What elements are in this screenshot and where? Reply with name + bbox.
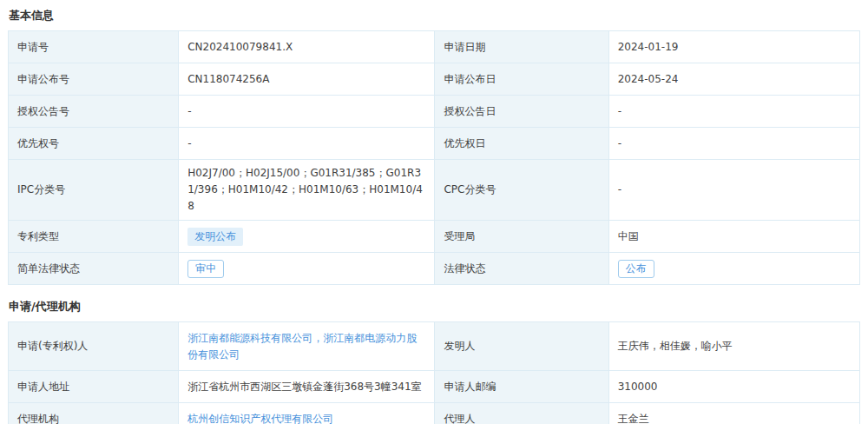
field-value-applicant-zipcode: 310000 <box>608 371 859 403</box>
field-value-applicant: 浙江南都能源科技有限公司，浙江南都电源动力股份有限公司 <box>179 322 435 371</box>
table-row: IPC分类号 H02J7/00；H02J15/00；G01R31/385；G01… <box>9 160 860 221</box>
field-label-priority-number: 优先权号 <box>9 128 179 160</box>
field-value-application-date: 2024-01-19 <box>608 31 859 63</box>
field-value-inventors: 王庆伟，相佳媛，喻小平 <box>608 322 859 371</box>
field-label-publication-number: 申请公布号 <box>9 63 179 96</box>
field-value-publication-date: 2024-05-24 <box>608 63 859 96</box>
patent-type-badge[interactable]: 发明公布 <box>187 228 243 246</box>
field-label-applicant: 申请(专利权)人 <box>9 322 179 371</box>
table-row: 专利类型 发明公布 受理局 中国 <box>9 221 860 253</box>
field-label-inventors: 发明人 <box>435 322 608 371</box>
applicant-link[interactable]: 浙江南都能源科技有限公司，浙江南都电源动力股份有限公司 <box>187 332 417 361</box>
table-row: 代理机构 杭州创信知识产权代理有限公司 代理人 王金兰 <box>9 403 860 424</box>
field-value-agency: 杭州创信知识产权代理有限公司 <box>179 403 435 424</box>
field-value-accepting-office: 中国 <box>608 221 859 253</box>
field-label-grant-number: 授权公告号 <box>9 96 179 128</box>
field-value-agent: 王金兰 <box>608 403 859 424</box>
field-value-ipc-class: H02J7/00；H02J15/00；G01R31/385；G01R31/396… <box>179 160 435 221</box>
table-row: 申请(专利权)人 浙江南都能源科技有限公司，浙江南都电源动力股份有限公司 发明人… <box>9 322 860 371</box>
simple-legal-status-badge[interactable]: 审中 <box>187 260 224 278</box>
field-value-grant-date: - <box>608 96 859 128</box>
field-label-application-number: 申请号 <box>9 31 179 63</box>
section-title-basic-info: 基本信息 <box>8 0 860 30</box>
field-label-simple-legal-status: 简单法律状态 <box>9 253 179 285</box>
field-value-grant-number: - <box>179 96 435 128</box>
table-row: 申请公布号 CN118074256A 申请公布日 2024-05-24 <box>9 63 860 96</box>
field-value-priority-number: - <box>179 128 435 160</box>
field-label-patent-type: 专利类型 <box>9 221 179 253</box>
field-label-cpc-class: CPC分类号 <box>435 160 608 221</box>
field-value-priority-date: - <box>608 128 859 160</box>
table-row: 申请号 CN202410079841.X 申请日期 2024-01-19 <box>9 31 860 63</box>
field-value-cpc-class: - <box>608 160 859 221</box>
legal-status-badge[interactable]: 公布 <box>618 260 654 278</box>
field-value-applicant-address: 浙江省杭州市西湖区三墩镇金蓬街368号3幢341室 <box>179 371 435 403</box>
table-row: 优先权号 - 优先权日 - <box>9 128 860 160</box>
field-label-ipc-class: IPC分类号 <box>9 160 179 221</box>
table-row: 授权公告号 - 授权公告日 - <box>9 96 860 128</box>
field-value-publication-number: CN118074256A <box>179 63 435 96</box>
field-label-agent: 代理人 <box>435 403 608 424</box>
field-label-applicant-address: 申请人地址 <box>9 371 179 403</box>
field-label-grant-date: 授权公告日 <box>435 96 608 128</box>
table-row: 简单法律状态 审中 法律状态 公布 <box>9 253 860 285</box>
field-label-accepting-office: 受理局 <box>435 221 608 253</box>
section-title-agency: 申请/代理机构 <box>8 285 860 321</box>
field-label-applicant-zipcode: 申请人邮编 <box>435 371 608 403</box>
field-value-simple-legal-status: 审中 <box>179 253 435 285</box>
field-label-publication-date: 申请公布日 <box>435 63 608 96</box>
field-label-application-date: 申请日期 <box>435 31 608 63</box>
field-label-priority-date: 优先权日 <box>435 128 608 160</box>
field-label-agency: 代理机构 <box>9 403 179 424</box>
table-row: 申请人地址 浙江省杭州市西湖区三墩镇金蓬街368号3幢341室 申请人邮编 31… <box>9 371 860 403</box>
agency-table: 申请(专利权)人 浙江南都能源科技有限公司，浙江南都电源动力股份有限公司 发明人… <box>8 321 860 424</box>
agency-link[interactable]: 杭州创信知识产权代理有限公司 <box>187 413 333 424</box>
basic-info-table: 申请号 CN202410079841.X 申请日期 2024-01-19 申请公… <box>8 30 860 285</box>
field-value-patent-type: 发明公布 <box>179 221 435 253</box>
field-value-legal-status: 公布 <box>608 253 859 285</box>
field-value-application-number: CN202410079841.X <box>179 31 435 63</box>
field-label-legal-status: 法律状态 <box>435 253 608 285</box>
patent-detail-page: 基本信息 申请号 CN202410079841.X 申请日期 2024-01-1… <box>0 0 868 424</box>
